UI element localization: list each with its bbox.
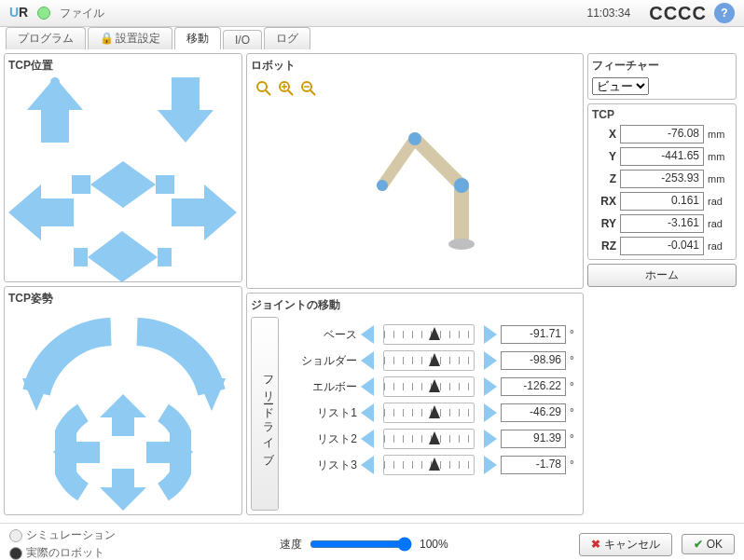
joint-plus-1[interactable] [478,351,497,370]
home-button[interactable]: ホーム [587,264,737,287]
arrow-down-icon[interactable] [158,77,214,143]
tab-move[interactable]: 移動 [174,27,221,49]
tcp-title: TCP [592,108,732,121]
help-icon[interactable]: ? [714,3,735,23]
rotate-curve-right-icon[interactable] [154,403,191,501]
joint-slider-3[interactable] [383,403,475,423]
tcp-x-value[interactable]: -76.08 [620,125,704,143]
joint-minus-0[interactable] [361,325,379,344]
joint-value-3[interactable]: -46.29 [501,403,566,422]
svg-text:R: R [19,5,28,20]
lock-icon: 🔒 [100,32,114,45]
tab-log[interactable]: ログ [264,27,310,49]
svg-marker-11 [100,469,146,511]
joint-unit-4: ° [570,432,579,445]
joint-minus-1[interactable] [361,351,379,370]
menu-file[interactable]: ファイル [60,6,104,21]
status-dot-icon [37,7,50,20]
speed-slider[interactable] [310,537,412,552]
rotate-down-icon[interactable] [100,469,146,511]
z-down-dot-icon [181,77,190,87]
tab-installation[interactable]: 🔒設置設定 [88,27,172,49]
svg-line-21 [310,90,315,95]
ok-button[interactable]: ✔OK [682,534,735,554]
arrow-right-icon[interactable] [172,184,237,240]
joint-plus-0[interactable] [478,325,497,344]
joint-value-4[interactable]: 91.39 [501,430,566,448]
arrow-back-icon[interactable] [74,231,172,282]
feature-select[interactable]: ビュー [592,77,649,95]
svg-marker-34 [361,377,374,396]
zoom-home-icon[interactable] [256,81,271,96]
svg-point-26 [454,178,469,193]
svg-marker-33 [484,351,497,370]
arrow-up-icon[interactable] [27,77,83,143]
simulation-label[interactable]: シミュレーション [26,527,116,543]
svg-text:U: U [9,5,19,20]
joint-slider-0[interactable] [383,324,475,345]
svg-point-14 [257,82,267,91]
svg-marker-31 [484,325,497,344]
svg-marker-4 [72,161,174,208]
svg-point-28 [377,180,388,191]
joint-plus-5[interactable] [478,456,497,474]
joint-value-1[interactable]: -98.96 [501,351,566,370]
tab-io[interactable]: I/O [223,30,262,49]
arrow-left-icon[interactable] [8,184,74,240]
svg-marker-6 [172,184,237,240]
zoom-out-icon[interactable] [301,81,316,96]
joint-unit-0: ° [570,328,579,341]
svg-marker-30 [361,325,374,344]
joint-slider-5[interactable] [383,455,475,475]
z-up-dot-icon [50,77,60,87]
tcp-orientation-title: TCP姿勢 [8,291,238,307]
joint-label-1: ショルダー [284,353,357,369]
real-robot-label[interactable]: 実際のロボット [26,545,104,560]
joint-minus-2[interactable] [361,377,379,396]
cancel-x-icon: ✖ [591,538,600,551]
zoom-in-icon[interactable] [279,81,294,96]
svg-marker-36 [361,403,374,422]
rotate-up-icon[interactable] [100,394,146,436]
tcp-ry-value[interactable]: -3.161 [620,214,704,233]
tab-program[interactable]: プログラム [6,27,86,49]
freedrive-button[interactable]: フリードライブ [251,317,279,511]
joint-plus-4[interactable] [478,430,497,448]
joint-minus-3[interactable] [361,403,379,422]
real-led-icon [9,547,22,560]
joint-slider-1[interactable] [383,350,475,371]
tcp-rx-label: RX [592,195,616,208]
tcp-rz-label: RZ [592,239,616,253]
speed-value: 100% [420,538,448,551]
robot-3d-view[interactable] [251,77,579,284]
robot-arm-icon [340,106,489,255]
svg-point-29 [448,239,475,250]
joint-plus-3[interactable] [478,403,497,422]
joint-minus-5[interactable] [361,456,379,474]
joint-label-3: リスト1 [284,405,357,421]
tcp-z-value[interactable]: -253.93 [620,170,704,188]
svg-marker-41 [484,456,497,474]
joint-label-4: リスト2 [284,431,357,447]
joint-slider-4[interactable] [383,429,475,449]
joint-value-0[interactable]: -91.71 [501,325,566,344]
svg-marker-35 [484,377,497,396]
tcp-rz-value[interactable]: -0.041 [620,237,704,255]
cccc-label: CCCC [649,3,707,24]
joint-value-5[interactable]: -1.78 [501,456,566,474]
rotate-curve-left-icon[interactable] [55,403,92,501]
svg-line-17 [288,90,293,95]
joint-value-2[interactable]: -126.22 [501,377,566,396]
tcp-y-value[interactable]: -441.65 [620,147,704,166]
arrow-forward-icon[interactable] [72,161,174,208]
joint-minus-4[interactable] [361,430,379,448]
svg-marker-40 [361,456,374,474]
sim-led-icon [9,529,22,542]
cancel-button[interactable]: ✖キャンセル [579,533,672,556]
tcp-rx-value[interactable]: 0.161 [620,192,704,211]
joint-label-5: リスト3 [284,458,357,473]
joint-slider-2[interactable] [383,376,475,397]
robot-view-title: ロボット [251,58,579,74]
joint-plus-2[interactable] [478,377,497,396]
ok-check-icon: ✔ [694,538,703,551]
